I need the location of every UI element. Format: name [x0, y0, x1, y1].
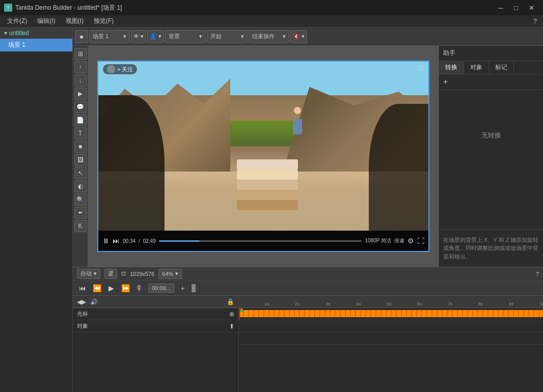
menu-edit[interactable]: 编辑(I): [32, 16, 60, 26]
corner-icon: ⊡: [418, 64, 424, 72]
timeline-labels: ◀▶ 🔊 🔒 光标 ⊕ 对象 ⬆: [73, 296, 239, 392]
tl-time-display: 00:00...: [148, 284, 174, 293]
move-up-tool[interactable]: ↑: [74, 61, 87, 73]
cursor-track-icon[interactable]: ⊕: [229, 311, 234, 318]
project-panel: untitled 场景 1: [0, 27, 73, 392]
project-title[interactable]: untitled: [0, 27, 72, 39]
background-dropdown[interactable]: 背景 ▾: [165, 30, 206, 43]
scene-item-1[interactable]: 场景 1: [0, 39, 72, 51]
menu-preview[interactable]: 预览(F): [89, 16, 119, 26]
record-mode-button[interactable]: ■: [75, 30, 88, 43]
main-toolbar: ■ 场景 1 ▾ 👁 ▾ 👤 ▾ 背景 ▾ 开始 ▾ 结束操作 ▾ 🔇 ▾: [73, 27, 543, 46]
settings-button[interactable]: ⚙: [408, 237, 414, 245]
window-controls: ─ □ ✕: [493, 0, 539, 15]
pen-tool[interactable]: ✒: [74, 207, 87, 219]
speed-label: 倍速: [394, 237, 404, 244]
image-tool[interactable]: 🖼: [74, 154, 87, 166]
next-frame-button[interactable]: ⏭: [113, 237, 120, 245]
mute-button[interactable]: 🔇 ▾: [290, 30, 307, 43]
tl-lock-icon: 🔒: [227, 298, 234, 305]
assistant-panel: 助手 转换 对象 标记 + 无转换 在场景的背景上 X、Y 和 Z 轴添加旋转或…: [439, 46, 543, 267]
user-button[interactable]: 👤 ▾: [147, 30, 164, 43]
box-1: [237, 159, 298, 170]
tick-7s: 7s: [448, 301, 453, 306]
timeline-track-area: [239, 308, 543, 345]
fit-mode-dropdown[interactable]: 自动 ▾: [77, 269, 100, 279]
dark-overlay-right: [369, 104, 428, 231]
canvas-help-button[interactable]: ?: [536, 271, 539, 277]
object-track-row[interactable]: [239, 332, 543, 345]
main-track-row[interactable]: [239, 308, 543, 320]
tick-6s: 6s: [417, 301, 422, 306]
cursor-track-label: 光标 ⊕: [73, 308, 238, 320]
view-button[interactable]: 👁 ▾: [131, 30, 146, 43]
video-controls: ⏸ ⏭ 00:34 / 02:49 1080P 简洁 倍速 ⚙ ⛶: [98, 231, 428, 251]
note-tool[interactable]: 📄: [74, 114, 87, 126]
tl-rewind-button[interactable]: ⏮: [77, 283, 88, 294]
figure-head: [294, 107, 301, 114]
current-time: 00:34: [123, 238, 135, 244]
close-button[interactable]: ✕: [524, 0, 539, 15]
quality-label: 1080P 简洁: [365, 237, 391, 244]
grid-tool[interactable]: ⊞: [74, 48, 87, 60]
titlebar: T Tanida Demo Builder - untitled* [场景 1]…: [0, 0, 543, 15]
video-frame: + 关注 ⊡ ⏸ ⏭ 00:34 / 02:49 1080: [97, 61, 429, 252]
spotlight-tool[interactable]: ◐: [74, 180, 87, 192]
figure-body: [293, 119, 302, 134]
tick-3s: 3s: [325, 301, 331, 306]
follow-button[interactable]: + 关注: [102, 64, 138, 75]
menu-file[interactable]: 文件(Z): [2, 16, 32, 26]
app-title: Tanida Demo Builder - untitled* [场景 1]: [15, 4, 493, 12]
shape-tool[interactable]: ■: [74, 141, 87, 153]
video-background: [98, 62, 428, 231]
play-pause-button[interactable]: ⏸: [102, 237, 110, 245]
end-action-dropdown[interactable]: 结束操作 ▾: [249, 30, 289, 43]
tl-add-button[interactable]: +: [177, 283, 188, 294]
size-icon: ⊡: [121, 270, 126, 277]
canvas-container: + 关注 ⊡ ⏸ ⏭ 00:34 / 02:49 1080: [88, 46, 439, 267]
tick-10s: 10s: [539, 301, 543, 306]
add-transition-button[interactable]: +: [439, 74, 543, 90]
cursor-tool[interactable]: ↖: [74, 167, 87, 179]
tick-9s: 9s: [509, 301, 514, 306]
tab-transition[interactable]: 转换: [439, 61, 464, 74]
start-dropdown[interactable]: 开始 ▾: [207, 30, 248, 43]
cursor-track-row[interactable]: [239, 320, 543, 332]
zoom-dropdown[interactable]: 64% ▾: [158, 269, 182, 279]
timeline-toolbar: ⏮ ⏪ ▶ ⏩ 🎙 00:00... +: [73, 281, 543, 296]
minimize-button[interactable]: ─: [493, 0, 508, 15]
video-top-bar: + 关注 ⊡: [98, 62, 428, 77]
tl-handle[interactable]: [192, 284, 196, 292]
maximize-button[interactable]: □: [508, 0, 524, 15]
timeline-header-left: ◀▶ 🔊 🔒: [73, 296, 238, 308]
menu-view[interactable]: 视图(I): [61, 16, 89, 26]
tick-8s: 8s: [478, 301, 483, 306]
tl-play-button[interactable]: ▶: [105, 283, 117, 294]
box-2: [237, 170, 298, 180]
tl-prev-button[interactable]: ⏪: [91, 283, 102, 294]
comment-tool[interactable]: 💬: [74, 101, 87, 113]
help-button[interactable]: ?: [529, 17, 541, 26]
center-panel: ■ 场景 1 ▾ 👁 ▾ 👤 ▾ 背景 ▾ 开始 ▾ 结束操作 ▾ 🔇 ▾: [73, 27, 543, 392]
scene-dropdown[interactable]: 场景 1 ▾: [89, 30, 130, 43]
progress-bar[interactable]: [159, 240, 362, 242]
tab-marker[interactable]: 标记: [489, 61, 514, 74]
tl-record-button[interactable]: 🎙: [134, 283, 145, 294]
fullscreen-button[interactable]: ⛶: [417, 237, 424, 245]
tl-next-button[interactable]: ⏩: [120, 283, 131, 294]
move-down-tool[interactable]: ↓: [74, 74, 87, 87]
assistant-content: 无转换: [439, 90, 543, 229]
time-separator: /: [139, 238, 140, 244]
tick-1s: 1s: [264, 301, 269, 306]
play-tool[interactable]: ▶: [74, 88, 87, 100]
zoom-tool[interactable]: 🔍: [74, 193, 87, 206]
text-tool[interactable]: T: [74, 127, 87, 139]
align-dropdown[interactable]: 逻: [104, 269, 117, 279]
key-tool[interactable]: K: [74, 220, 87, 232]
timeline: ⏮ ⏪ ▶ ⏩ 🎙 00:00... + ◀▶ 🔊 🔒: [73, 280, 543, 392]
tab-object[interactable]: 对象: [464, 61, 489, 74]
orange-track-bar: [239, 310, 543, 317]
canvas-statusbar: 自动 ▾ 逻 ⊡ 1029x576 64% ▾ ?: [73, 267, 543, 280]
playhead[interactable]: [239, 308, 240, 320]
object-track-icon[interactable]: ⬆: [229, 323, 234, 330]
